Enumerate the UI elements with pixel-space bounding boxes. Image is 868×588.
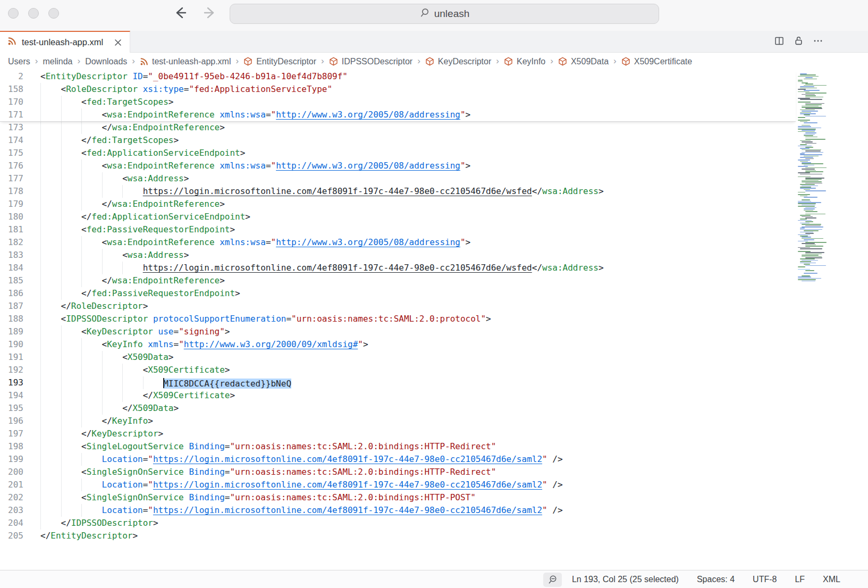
- code-line-170[interactable]: 170 <fed:TargetScopes>: [0, 96, 796, 108]
- code-line-199[interactable]: 199 Location="https://login.microsoftonl…: [0, 453, 868, 466]
- code-line-175[interactable]: 175 <fed:ApplicationServiceEndpoint>: [0, 147, 868, 159]
- line-content: <KeyDescriptor use="signing">: [40, 325, 868, 338]
- code-line-201[interactable]: 201 Location="https://login.microsoftonl…: [0, 478, 868, 491]
- code-line-158[interactable]: 158 <RoleDescriptor xsi:type="fed:Applic…: [0, 83, 796, 96]
- code-line-173[interactable]: 173 </wsa:EndpointReference>: [0, 121, 868, 134]
- code-line-200[interactable]: 200 <SingleSignOnService Binding="urn:oa…: [0, 466, 868, 478]
- minimap-line: [800, 74, 816, 75]
- code-line-179[interactable]: 179 </wsa:EndpointReference>: [0, 198, 868, 211]
- unlock-icon[interactable]: [794, 36, 804, 48]
- breadcrumb-label: EntityDescriptor: [256, 57, 316, 66]
- code-line-192[interactable]: 192 <X509Certificate>: [0, 364, 868, 376]
- indent-guide: [61, 376, 62, 389]
- code-line-187[interactable]: 187 </RoleDescriptor>: [0, 300, 868, 313]
- minimap-line: [805, 104, 822, 105]
- breadcrumb-item-keyinfo[interactable]: KeyInfo: [504, 57, 545, 66]
- minimap[interactable]: [796, 73, 830, 291]
- window-close-button[interactable]: [8, 8, 19, 19]
- minimap-line: [805, 233, 814, 234]
- breadcrumb-item-melinda[interactable]: melinda: [43, 57, 72, 66]
- minimap-line: [805, 242, 827, 243]
- code-line-188[interactable]: 188 <IDPSSODescriptor protocolSupportEnu…: [0, 313, 868, 325]
- sticky-scroll[interactable]: 2<EntityDescriptor ID="_0be4911f-95eb-42…: [0, 70, 796, 122]
- minimap-line: [800, 184, 815, 185]
- code-line-198[interactable]: 198 <SingleLogoutService Binding="urn:oa…: [0, 440, 868, 453]
- minimap-line: [800, 121, 807, 122]
- code-line-176[interactable]: 176 <wsa:EndpointReference xmlns:wsa="ht…: [0, 159, 868, 172]
- indent-guide: [40, 504, 41, 517]
- indent-guide: [40, 249, 41, 262]
- code-line-204[interactable]: 204 </IDPSSODescriptor>: [0, 517, 868, 530]
- code-editor[interactable]: 2<EntityDescriptor ID="_0be4911f-95eb-42…: [0, 70, 868, 570]
- split-editor-icon[interactable]: [774, 36, 785, 48]
- minimap-line: [798, 206, 815, 207]
- code-line-181[interactable]: 181 <fed:PassiveRequestorEndpoint>: [0, 223, 868, 236]
- forward-arrow-icon[interactable]: [203, 5, 217, 20]
- code-line-205[interactable]: 205</EntityDescriptor>: [0, 530, 868, 542]
- minimap-line: [805, 103, 824, 104]
- close-icon[interactable]: [114, 38, 122, 47]
- code-line-190[interactable]: 190 <KeyInfo xmlns="http://www.w3.org/20…: [0, 338, 868, 351]
- code-line-174[interactable]: 174 </fed:TargetScopes>: [0, 134, 868, 147]
- code-line-193[interactable]: 193 MIIC8DCCA{{redacted}}bNeQ: [0, 376, 868, 389]
- status-item-lf[interactable]: LF: [795, 575, 805, 584]
- window-minimize-button[interactable]: [28, 8, 39, 19]
- line-content: <wsa:EndpointReference xmlns:wsa="http:/…: [40, 236, 868, 249]
- line-content: Location="https://login.microsoftonline.…: [40, 504, 868, 517]
- code-line-178[interactable]: 178 https://login.microsoftonline.com/4e…: [0, 185, 868, 198]
- status-item-xml[interactable]: XML: [823, 575, 840, 584]
- code-line-2[interactable]: 2<EntityDescriptor ID="_0be4911f-95eb-42…: [0, 70, 796, 83]
- indent-guide: [61, 338, 62, 351]
- code-line-189[interactable]: 189 <KeyDescriptor use="signing">: [0, 325, 868, 338]
- code-line-194[interactable]: 194 </X509Certificate>: [0, 389, 868, 402]
- code-line-185[interactable]: 185 </wsa:EndpointReference>: [0, 274, 868, 287]
- indent-guide: [102, 185, 103, 198]
- status-item-spaces-4[interactable]: Spaces: 4: [697, 575, 735, 584]
- minimap-line: [805, 97, 823, 98]
- breadcrumb-item-idpssodescriptor[interactable]: IDPSSODescriptor: [329, 57, 412, 66]
- breadcrumb-item-x509data[interactable]: X509Data: [558, 57, 609, 66]
- breadcrumb-item-x509certificate[interactable]: X509Certificate: [621, 57, 692, 66]
- zoom-out-magnifier-icon[interactable]: [543, 573, 562, 587]
- breadcrumb-item-users[interactable]: Users: [8, 57, 30, 66]
- tab-test-unleash-app-xml[interactable]: test-unleash-app.xml: [0, 31, 130, 53]
- breadcrumb-separator-icon: ›: [132, 56, 135, 66]
- minimap-line: [798, 247, 810, 248]
- status-item-utf-8[interactable]: UTF-8: [753, 575, 777, 584]
- code-line-171[interactable]: 171 <wsa:EndpointReference xmlns:wsa="ht…: [0, 108, 796, 121]
- breadcrumb-item-downloads[interactable]: Downloads: [85, 57, 127, 66]
- code-line-191[interactable]: 191 <X509Data>: [0, 351, 868, 364]
- minimap-line: [805, 108, 822, 109]
- address-search-field[interactable]: unleash: [230, 4, 659, 24]
- code-line-203[interactable]: 203 Location="https://login.microsoftonl…: [0, 504, 868, 517]
- code-line-196[interactable]: 196 </KeyInfo>: [0, 415, 868, 427]
- code-line-177[interactable]: 177 <wsa:Address>: [0, 172, 868, 185]
- code-line-182[interactable]: 182 <wsa:EndpointReference xmlns:wsa="ht…: [0, 236, 868, 249]
- code-line-186[interactable]: 186 </fed:PassiveRequestorEndpoint>: [0, 287, 868, 300]
- code-line-197[interactable]: 197 </KeyDescriptor>: [0, 427, 868, 440]
- code-line-184[interactable]: 184 https://login.microsoftonline.com/4e…: [0, 262, 868, 274]
- code-line-180[interactable]: 180 </fed:ApplicationServiceEndpoint>: [0, 211, 868, 223]
- breadcrumb-item-test-unleash-app-xml[interactable]: test-unleash-app.xml: [140, 57, 231, 66]
- minimap-line: [804, 122, 818, 123]
- indent-guide: [40, 198, 41, 211]
- breadcrumb-item-entitydescriptor[interactable]: EntityDescriptor: [243, 57, 316, 66]
- more-actions-icon[interactable]: [813, 36, 823, 48]
- back-arrow-icon[interactable]: [173, 5, 188, 20]
- line-number: 199: [0, 453, 32, 466]
- window-zoom-button[interactable]: [48, 8, 59, 19]
- minimap-line: [802, 226, 823, 228]
- status-item-ln-193-col-25-25-selected-[interactable]: Ln 193, Col 25 (25 selected): [572, 575, 679, 584]
- minimap-line: [802, 82, 808, 83]
- minimap-line: [802, 243, 815, 244]
- code-lines[interactable]: 173 </wsa:EndpointReference>174 </fed:Ta…: [0, 121, 868, 542]
- code-line-195[interactable]: 195 </X509Data>: [0, 402, 868, 415]
- minimap-line: [800, 144, 807, 145]
- breadcrumb-item-keydescriptor[interactable]: KeyDescriptor: [425, 57, 491, 66]
- status-bar: Ln 193, Col 25 (25 selected)Spaces: 4UTF…: [0, 570, 868, 588]
- code-line-183[interactable]: 183 <wsa:Address>: [0, 249, 868, 262]
- minimap-line: [805, 170, 816, 171]
- line-content: </fed:ApplicationServiceEndpoint>: [40, 211, 868, 223]
- line-content: https://login.microsoftonline.com/4ef809…: [40, 185, 868, 198]
- code-line-202[interactable]: 202 <SingleSignOnService Binding="urn:oa…: [0, 491, 868, 504]
